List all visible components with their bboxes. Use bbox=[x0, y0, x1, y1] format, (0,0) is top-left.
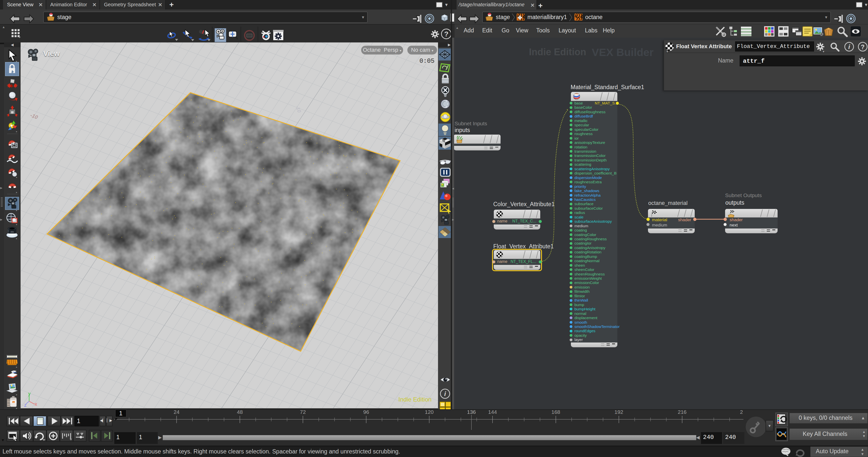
svg-text:2: 2 bbox=[740, 409, 743, 415]
svg-text:-10: -10 bbox=[294, 105, 302, 113]
svg-text:144: 144 bbox=[488, 409, 497, 415]
svg-text:192: 192 bbox=[614, 409, 623, 415]
svg-text:24: 24 bbox=[174, 409, 180, 415]
svg-text:72: 72 bbox=[300, 409, 306, 415]
svg-text:168: 168 bbox=[551, 409, 560, 415]
svg-text:z: z bbox=[24, 402, 27, 408]
svg-text:48: 48 bbox=[237, 409, 243, 415]
svg-text:22x: 22x bbox=[10, 231, 14, 233]
svg-text:96: 96 bbox=[363, 409, 369, 415]
svg-text:216: 216 bbox=[678, 409, 686, 415]
svg-text:x: x bbox=[35, 401, 37, 407]
svg-text:y: y bbox=[28, 393, 31, 396]
svg-text:200: 200 bbox=[12, 402, 15, 403]
svg-text:120: 120 bbox=[425, 409, 434, 415]
svg-text:-10: -10 bbox=[30, 112, 39, 120]
svg-text:136: 136 bbox=[467, 409, 476, 415]
